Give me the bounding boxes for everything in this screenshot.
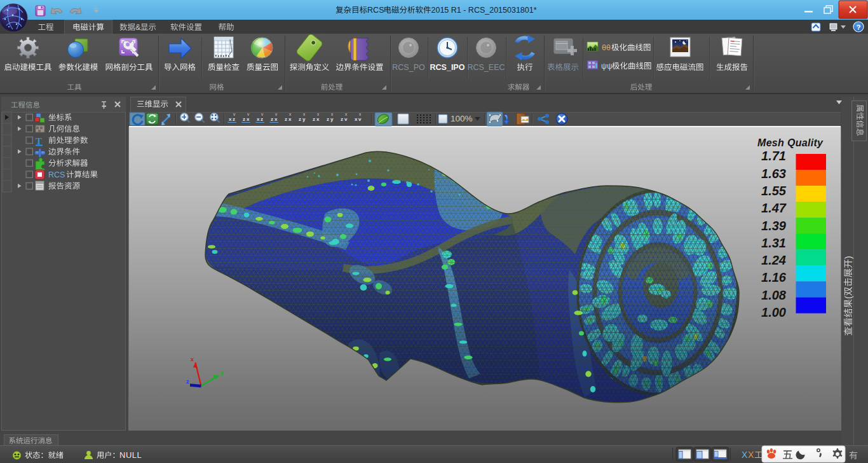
svg-text:z: z [327,116,329,122]
svg-text:θθ: θθ [602,43,611,52]
svg-text:1.55: 1.55 [761,184,787,198]
svg-text:1.63: 1.63 [761,167,786,181]
svg-text:1.47: 1.47 [761,201,787,215]
svg-text:z: z [285,116,287,122]
svg-text:RCS_IPO: RCS_IPO [430,63,465,72]
svg-text:ψψ: ψψ [601,62,613,71]
svg-text:z: z [233,116,235,122]
svg-text:z: z [271,116,273,122]
svg-text:RCS: RCS [48,170,65,179]
svg-text:T: T [36,136,42,146]
svg-text:RCS_PO: RCS_PO [392,63,425,72]
svg-text:z: z [243,116,245,122]
svg-text:X: X [742,450,748,460]
svg-text:x: x [275,116,278,122]
svg-text:x: x [288,116,292,122]
svg-text:x: x [316,116,320,122]
svg-text:1.31: 1.31 [761,236,786,250]
svg-text:1.39: 1.39 [761,219,787,233]
svg-text:): ) [843,256,853,259]
svg-text:X: X [748,450,754,460]
svg-text:z: z [261,116,263,122]
svg-text:100%: 100% [451,114,473,123]
svg-text:v: v [233,112,236,116]
svg-text:y: y [302,116,306,122]
svg-text:x: x [345,112,348,116]
svg-text:1.08: 1.08 [761,288,787,302]
svg-text:v: v [247,112,250,116]
svg-text:RCS_EEC: RCS_EEC [467,63,505,72]
svg-text:(: ( [843,296,853,299]
svg-text:RCS: RCS [367,6,384,15]
svg-text:x: x [257,116,260,122]
svg-text:2015 R1 - RCS_2015031801*: 2015 R1 - RCS_2015031801* [431,6,537,15]
svg-text:x: x [303,112,306,116]
svg-text:y: y [330,116,334,122]
svg-text:?: ? [857,24,861,31]
svg-text:x: x [247,116,250,122]
svg-text:1.71: 1.71 [761,149,786,163]
svg-text:v: v [344,116,348,122]
svg-text:x: x [289,112,292,116]
svg-text:v: v [358,116,362,122]
svg-text:z: z [341,116,343,122]
svg-text:x: x [229,116,232,122]
svg-text:z: z [313,116,315,122]
svg-text:v: v [261,112,264,116]
svg-text:x: x [355,116,358,122]
svg-text:1.00: 1.00 [761,305,786,319]
svg-text:&: & [135,23,141,32]
svg-text:Mesh Quality: Mesh Quality [757,137,824,148]
svg-text:x: x [359,112,362,116]
svg-text:v: v [275,112,278,116]
svg-text:1.24: 1.24 [761,253,786,267]
svg-text:z: z [299,116,301,122]
svg-text:1.16: 1.16 [761,270,787,284]
svg-text:x: x [317,112,320,116]
svg-text:x: x [331,112,334,116]
svg-text:NULL: NULL [119,450,142,460]
